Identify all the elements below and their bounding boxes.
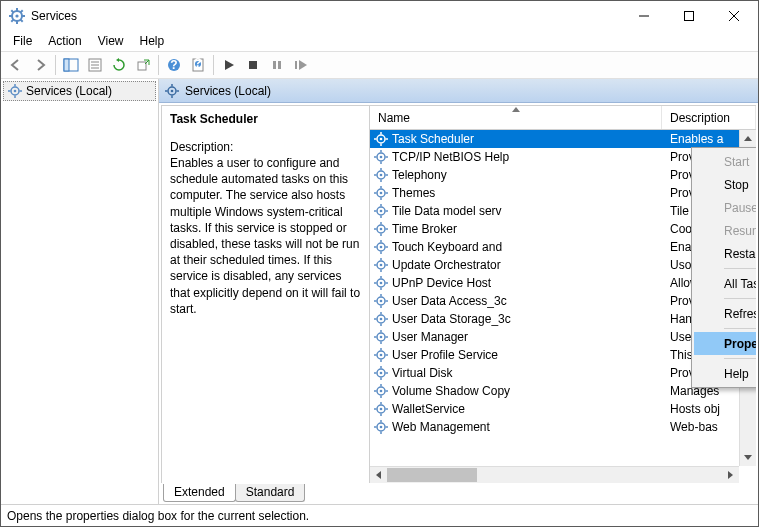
show-hide-tree-button[interactable] — [60, 54, 82, 76]
menu-help[interactable]: Help — [694, 362, 756, 385]
svg-line-8 — [11, 20, 13, 22]
app-icon — [9, 8, 25, 24]
titlebar: Services — [1, 1, 758, 31]
service-row[interactable]: WalletServiceHosts obj — [370, 400, 756, 418]
menu-pause[interactable]: Pause — [694, 196, 756, 219]
pause-service-button[interactable] — [266, 54, 288, 76]
scroll-up-icon[interactable] — [740, 130, 756, 147]
stop-service-button[interactable] — [242, 54, 264, 76]
menu-resume[interactable]: Resume — [694, 219, 756, 242]
service-name: WalletService — [392, 402, 465, 416]
svg-point-133 — [380, 408, 383, 411]
window-title: Services — [31, 9, 621, 23]
maximize-button[interactable] — [666, 2, 711, 31]
svg-point-79 — [380, 246, 383, 249]
svg-rect-29 — [295, 61, 297, 69]
svg-point-139 — [380, 426, 383, 429]
services-icon — [8, 84, 22, 98]
back-button[interactable] — [5, 54, 27, 76]
menubar: File Action View Help — [1, 31, 758, 51]
scroll-right-icon[interactable] — [722, 467, 739, 483]
column-description[interactable]: Description — [662, 106, 756, 129]
svg-point-1 — [15, 14, 18, 17]
menu-view[interactable]: View — [90, 32, 132, 50]
service-icon — [374, 204, 388, 218]
close-button[interactable] — [711, 2, 756, 31]
forward-button[interactable] — [29, 54, 51, 76]
svg-rect-11 — [684, 12, 693, 21]
service-icon — [374, 222, 388, 236]
toolbar: ? ? — [1, 51, 758, 79]
svg-point-109 — [380, 336, 383, 339]
svg-line-6 — [11, 10, 13, 12]
statusbar: Opens the properties dialog box for the … — [1, 504, 758, 526]
svg-rect-20 — [138, 62, 146, 70]
service-icon — [374, 150, 388, 164]
service-name: Task Scheduler — [392, 132, 474, 146]
refresh-button[interactable] — [108, 54, 130, 76]
service-name: Virtual Disk — [392, 366, 452, 380]
svg-point-115 — [380, 354, 383, 357]
column-name[interactable]: Name — [370, 106, 662, 129]
menu-separator — [724, 358, 756, 359]
menu-separator — [724, 268, 756, 269]
svg-point-103 — [380, 318, 383, 321]
scroll-left-icon[interactable] — [370, 467, 387, 483]
help-topics-button[interactable]: ? — [187, 54, 209, 76]
export-button[interactable] — [132, 54, 154, 76]
details-pane: Services (Local) Task Scheduler Descript… — [159, 79, 758, 504]
menu-action[interactable]: Action — [40, 32, 89, 50]
services-window: Services File Action View Help ? ? — [0, 0, 759, 527]
context-menu: Start Stop Pause Resume Restart All Task… — [691, 147, 756, 388]
menu-refresh[interactable]: Refresh — [694, 302, 756, 325]
sort-indicator-icon — [512, 107, 520, 112]
horizontal-scrollbar[interactable] — [370, 466, 739, 483]
svg-rect-27 — [273, 61, 276, 69]
scroll-thumb[interactable] — [387, 468, 477, 482]
menu-file[interactable]: File — [5, 32, 40, 50]
menu-help[interactable]: Help — [132, 32, 173, 50]
service-row[interactable]: Web ManagementWeb-bas — [370, 418, 756, 436]
service-name: Web Management — [392, 420, 490, 434]
list-body[interactable]: Task SchedulerEnables aTCP/IP NetBIOS He… — [370, 130, 756, 483]
service-icon — [374, 186, 388, 200]
service-name: Time Broker — [392, 222, 457, 236]
tab-extended[interactable]: Extended — [163, 484, 236, 502]
service-name: Volume Shadow Copy — [392, 384, 510, 398]
service-icon — [374, 366, 388, 380]
toolbar-separator — [213, 55, 214, 75]
svg-point-49 — [380, 156, 383, 159]
restart-service-button[interactable] — [290, 54, 312, 76]
menu-separator — [724, 328, 756, 329]
service-name: User Data Storage_3c — [392, 312, 511, 326]
menu-all-tasks[interactable]: All Tasks — [694, 272, 756, 295]
pane-body: Task Scheduler Description: Enables a us… — [161, 105, 756, 483]
service-name: User Data Access_3c — [392, 294, 507, 308]
menu-properties[interactable]: Properties — [694, 332, 756, 355]
service-name: Tile Data model serv — [392, 204, 502, 218]
scroll-down-icon[interactable] — [740, 449, 756, 466]
tree-root-item[interactable]: Services (Local) — [3, 81, 156, 101]
menu-start[interactable]: Start — [694, 150, 756, 173]
minimize-button[interactable] — [621, 2, 666, 31]
service-icon — [374, 132, 388, 146]
service-row[interactable]: Task SchedulerEnables a — [370, 130, 756, 148]
tree-pane: Services (Local) — [1, 79, 159, 504]
tree-root-label: Services (Local) — [26, 84, 112, 98]
service-icon — [374, 294, 388, 308]
svg-point-91 — [380, 282, 383, 285]
properties-button[interactable] — [84, 54, 106, 76]
service-icon — [374, 402, 388, 416]
menu-stop[interactable]: Stop — [694, 173, 756, 196]
service-icon — [374, 420, 388, 434]
menu-restart[interactable]: Restart — [694, 242, 756, 265]
help-button[interactable]: ? — [163, 54, 185, 76]
view-tabs: Extended Standard — [159, 484, 758, 504]
svg-point-73 — [380, 228, 383, 231]
start-service-button[interactable] — [218, 54, 240, 76]
toolbar-separator — [55, 55, 56, 75]
service-icon — [374, 348, 388, 362]
svg-rect-26 — [249, 61, 257, 69]
service-name: User Manager — [392, 330, 468, 344]
tab-standard[interactable]: Standard — [235, 484, 306, 502]
